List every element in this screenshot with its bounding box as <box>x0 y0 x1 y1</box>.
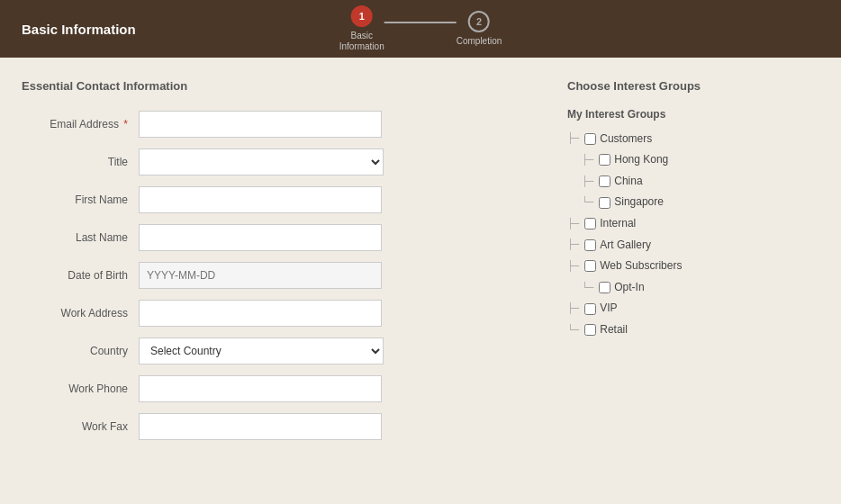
tree-root-label: My Interest Groups <box>567 105 819 125</box>
interest-label-web-subscribers: Web Subscribers <box>600 256 682 276</box>
dob-label: Date of Birth <box>22 269 139 282</box>
list-item: ├─ Web Subscribers <box>567 256 819 277</box>
stepper: 1 BasicInformation 2 Completion <box>339 5 502 52</box>
step-2-circle: 2 <box>468 11 490 32</box>
step-2: 2 Completion <box>457 11 502 47</box>
work-address-label: Work Address <box>22 307 139 320</box>
interest-label-internal: Internal <box>600 214 636 234</box>
dob-input[interactable] <box>139 262 382 289</box>
title-row: Title Mr Mrs Ms Dr <box>22 148 546 176</box>
tree-connector: ├─ <box>582 151 593 169</box>
interest-label-customers: Customers <box>600 130 652 149</box>
last-name-label: Last Name <box>22 231 139 244</box>
interest-section-title: Choose Interest Groups <box>567 79 819 93</box>
list-item: └─ Singapore <box>567 192 819 213</box>
email-row: Email Address * <box>22 111 546 138</box>
tree-connector: └─ <box>567 321 579 339</box>
first-name-row: First Name <box>22 186 546 213</box>
tree-connector: ├─ <box>567 300 579 318</box>
list-item: ├─ China <box>567 171 819 193</box>
checkbox-singapore[interactable] <box>599 197 610 209</box>
list-item: ├─ Internal <box>567 213 819 235</box>
form-section-title: Essential Contact Information <box>22 79 546 93</box>
checkbox-web-subscribers[interactable] <box>584 260 596 272</box>
step-1-label: BasicInformation <box>339 31 384 52</box>
work-fax-input[interactable] <box>139 413 382 440</box>
checkbox-internal[interactable] <box>584 218 596 230</box>
work-address-row: Work Address <box>22 300 546 327</box>
checkbox-china[interactable] <box>599 176 610 187</box>
page-title: Basic Information <box>22 22 136 37</box>
checkbox-vip[interactable] <box>584 303 596 315</box>
interest-label-china: China <box>614 172 642 192</box>
step-2-label: Completion <box>457 36 502 47</box>
checkbox-hong-kong[interactable] <box>599 154 610 166</box>
step-1-circle: 1 <box>351 5 373 27</box>
main-content: Essential Contact Information Email Addr… <box>0 58 841 504</box>
first-name-input[interactable] <box>139 186 382 213</box>
interest-label-vip: VIP <box>600 299 617 319</box>
tree-connector: ├─ <box>567 257 579 275</box>
interest-label-art-gallery: Art Gallery <box>600 236 651 256</box>
tree-connector: └─ <box>582 279 593 297</box>
interest-label-opt-in: Opt-In <box>614 278 644 298</box>
step-1: 1 BasicInformation <box>339 5 384 52</box>
work-fax-label: Work Fax <box>22 420 139 433</box>
tree-connector: ├─ <box>582 173 593 191</box>
work-phone-label: Work Phone <box>22 382 139 395</box>
work-address-input[interactable] <box>139 300 382 327</box>
country-row: Country Select Country Hong Kong China S… <box>22 338 546 364</box>
interest-label-hong-kong: Hong Kong <box>614 150 668 170</box>
country-label: Country <box>22 345 139 357</box>
list-item: ├─ Hong Kong <box>567 149 819 171</box>
first-name-label: First Name <box>22 194 139 206</box>
last-name-row: Last Name <box>22 224 546 251</box>
last-name-input[interactable] <box>139 224 382 251</box>
interest-section: Choose Interest Groups My Interest Group… <box>567 79 819 482</box>
list-item: └─ Opt-In <box>567 277 819 299</box>
title-select[interactable]: Mr Mrs Ms Dr <box>139 148 384 176</box>
list-item: ├─ VIP <box>567 298 819 320</box>
interest-tree: My Interest Groups ├─ Customers ├─ Hong … <box>567 105 819 341</box>
email-label: Email Address * <box>22 118 139 130</box>
checkbox-opt-in[interactable] <box>599 282 610 293</box>
list-item: ├─ Art Gallery <box>567 235 819 256</box>
tree-connector: ├─ <box>567 130 579 148</box>
list-item: ├─ Customers <box>567 129 819 150</box>
required-indicator: * <box>123 118 128 130</box>
work-phone-input[interactable] <box>139 375 382 402</box>
interest-label-singapore: Singapore <box>614 193 664 212</box>
list-item: └─ Retail <box>567 320 819 341</box>
work-fax-row: Work Fax <box>22 413 546 440</box>
checkbox-customers[interactable] <box>584 133 596 145</box>
form-section: Essential Contact Information Email Addr… <box>22 79 546 482</box>
header: Basic Information 1 BasicInformation 2 C… <box>0 0 841 58</box>
tree-connector: └─ <box>582 194 593 212</box>
dob-row: Date of Birth <box>22 262 546 289</box>
country-select[interactable]: Select Country Hong Kong China Singapore… <box>139 338 384 364</box>
step-line <box>384 22 457 23</box>
title-label: Title <box>22 156 139 168</box>
interest-label-retail: Retail <box>600 320 628 340</box>
tree-connector: ├─ <box>567 215 579 233</box>
work-phone-row: Work Phone <box>22 375 546 402</box>
checkbox-art-gallery[interactable] <box>584 239 596 251</box>
checkbox-retail[interactable] <box>584 324 596 336</box>
tree-connector: ├─ <box>567 236 579 254</box>
email-input[interactable] <box>139 111 382 138</box>
